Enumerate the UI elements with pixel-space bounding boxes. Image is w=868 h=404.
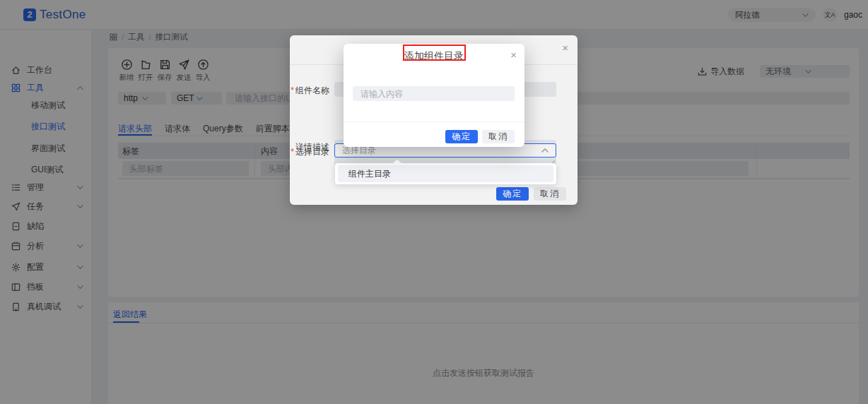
confirm-button[interactable]: 确定 [445, 130, 478, 143]
divider [344, 121, 524, 122]
dropdown-option-root[interactable]: 组件主目录 [338, 165, 553, 182]
app-screen: 2 TestOne 阿拉德 文A gaoc 工作台 工具 移动测试 接口测试 [0, 0, 868, 404]
directory-name-input[interactable] [353, 86, 515, 101]
directory-dropdown: 组件主目录 [335, 163, 556, 184]
dialog-footer: 确定 取消 [445, 130, 515, 143]
close-icon[interactable]: × [510, 49, 517, 60]
annotation-highlight-box [403, 44, 466, 61]
cancel-button[interactable]: 取消 [482, 130, 515, 143]
